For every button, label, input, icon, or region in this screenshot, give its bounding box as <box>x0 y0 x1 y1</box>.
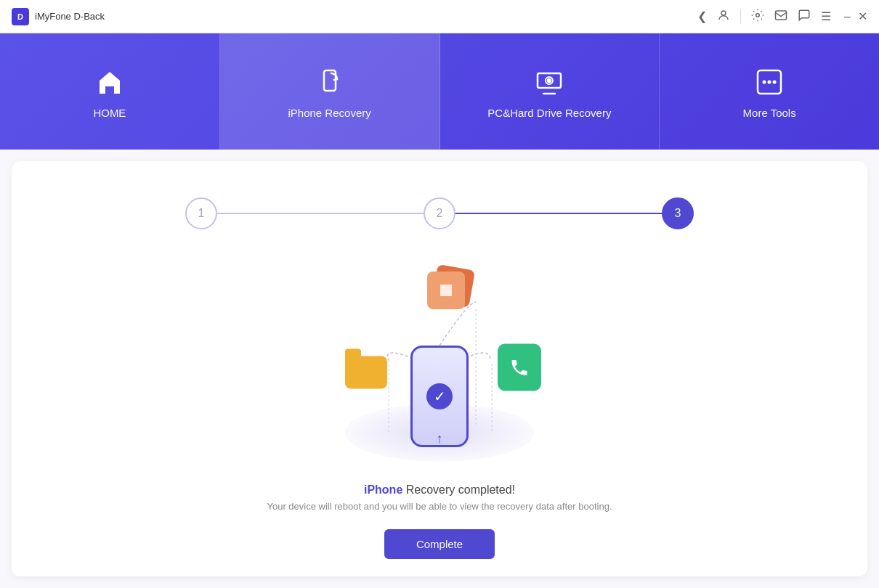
home-icon <box>92 65 127 99</box>
more-tools-icon <box>752 65 787 99</box>
upload-arrow: ↑ <box>437 431 443 446</box>
status-title: iPhone Recovery completed! <box>267 483 612 497</box>
step-3: 3 <box>662 197 694 229</box>
app-logo: D <box>12 8 29 25</box>
folder-tab <box>345 349 361 358</box>
nav-more-tools-label: More Tools <box>743 107 796 119</box>
steps-container: 1 2 3 <box>185 197 694 229</box>
svg-point-1 <box>756 13 760 17</box>
content-card: 1 2 3 <box>12 161 867 576</box>
title-bar-right: ❮ ☰ – ✕ <box>697 9 867 25</box>
status-area: iPhone Recovery completed! Your device w… <box>267 483 612 512</box>
step-line-2 <box>455 213 662 214</box>
nav-pc-recovery-label: PC&Hard Drive Recovery <box>487 107 611 119</box>
app-title: iMyFone D-Back <box>35 11 105 22</box>
svg-point-6 <box>548 79 551 82</box>
title-bar-left: D iMyFone D-Back <box>12 8 105 25</box>
nav-home-label: HOME <box>93 107 126 119</box>
nav-bar: HOME iPhone Recovery PC&Hard Drive Recov… <box>0 33 879 150</box>
minimize-button[interactable]: – <box>844 10 851 23</box>
nav-iphone-recovery-label: iPhone Recovery <box>288 107 371 119</box>
mail-icon[interactable] <box>774 9 787 25</box>
main-content: 1 2 3 <box>0 150 879 588</box>
svg-point-8 <box>763 80 766 83</box>
step-line-1 <box>217 213 424 214</box>
phone-device: ✓ ↑ <box>410 346 469 447</box>
share-icon[interactable]: ❮ <box>697 9 707 23</box>
close-button[interactable]: ✕ <box>858 9 867 23</box>
svg-point-0 <box>721 11 726 15</box>
chat-icon[interactable] <box>798 9 811 25</box>
status-subtitle: Your device will reboot and you will be … <box>267 501 612 512</box>
title-bar: D iMyFone D-Back ❮ ☰ – ✕ <box>0 0 879 33</box>
menu-icon[interactable]: ☰ <box>821 9 831 23</box>
nav-more-tools[interactable]: More Tools <box>660 33 879 150</box>
iphone-recovery-icon <box>312 65 347 99</box>
settings-icon[interactable] <box>751 9 764 25</box>
status-highlight: iPhone <box>364 483 402 496</box>
nav-iphone-recovery[interactable]: iPhone Recovery <box>220 33 440 150</box>
user-icon[interactable] <box>717 9 730 25</box>
photo-stack-icon <box>424 266 475 317</box>
svg-rect-2 <box>776 11 787 20</box>
folder-body <box>345 356 387 389</box>
svg-point-15 <box>442 287 445 289</box>
window-controls: – ✕ <box>844 9 867 23</box>
svg-point-10 <box>773 80 777 83</box>
step-2: 2 <box>424 197 455 229</box>
step-1: 1 <box>185 197 217 229</box>
pc-recovery-icon <box>532 65 567 99</box>
photo-card-front <box>427 271 465 309</box>
status-title-rest: Recovery completed! <box>402 483 515 496</box>
nav-pc-recovery[interactable]: PC&Hard Drive Recovery <box>440 33 660 150</box>
divider <box>740 9 741 24</box>
complete-button[interactable]: Complete <box>384 529 495 559</box>
contact-card-icon <box>498 344 541 391</box>
nav-home[interactable]: HOME <box>0 33 220 150</box>
svg-point-9 <box>768 80 771 83</box>
folder-icon <box>345 356 389 396</box>
checkmark-icon: ✓ <box>426 383 453 409</box>
illustration: ✓ ↑ <box>323 244 556 476</box>
